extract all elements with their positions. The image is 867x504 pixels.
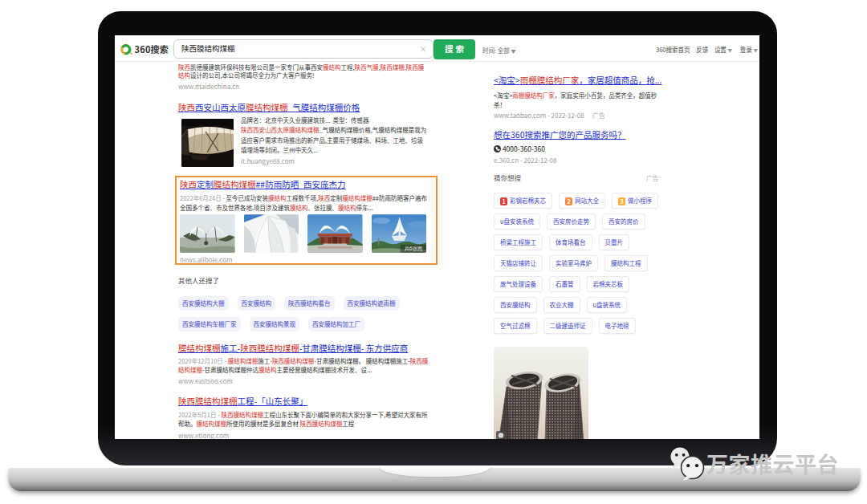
header-links: 360搜索首页 反馈 设置 ▼ 登录 ▼ [656, 44, 758, 56]
ad2-title[interactable]: 想在360搜索推广您的产品服务吗？ [494, 130, 625, 140]
ad1-title[interactable]: <淘宝>雨棚膜结构厂家，家居超值商品，抢... [494, 75, 661, 85]
r2-thumb [181, 119, 234, 167]
page: 360搜索 陕西膜结构煤棚 × 搜索 时间: 全部 ▼ 360搜索首页 反馈 设… [0, 0, 867, 504]
grid-row7: 空气过滤棉二级建造师证电子地磅 [494, 313, 642, 334]
ad1-url: www.taobao.com - 2022-12-08广告 [494, 111, 605, 120]
grid-row1: 1彩钢岩棉夹芯2网站大全3做小程序 [494, 188, 665, 209]
logo-text: 360搜索 [135, 44, 169, 55]
ad1-desc: <淘宝>雨棚膜结构厂家，家庭实用小百货，品类齐全，超值秒杀！ [494, 91, 657, 111]
search-btn[interactable]: 搜索 [434, 39, 475, 59]
search-query: 陕西膜结构煤棚 [181, 39, 235, 59]
related-label: 其他人还搜了 [178, 275, 219, 285]
r1-desc: 陕西凯德膜建筑环保科技有限公司是一家专门从事西安膜结构工程,陕西气膜,陕西煤棚,… [178, 63, 424, 80]
r5-url: www.etlong.com [178, 431, 229, 439]
r2-url: it.huangye88.com [241, 156, 295, 165]
r1-url: www.maidechina.cn [178, 82, 239, 91]
r3-thumb4: 共6张图 [372, 214, 427, 253]
suggest-ad: 广告 [646, 173, 658, 183]
time-filter: 时间: 全部 ▼ [482, 45, 515, 57]
suggest-label: 猜你想搜 [494, 173, 521, 182]
related-row2: 西安膜结构车棚厂家西安膜结构景观西安膜结构加工厂 [178, 311, 373, 331]
r3-title[interactable]: 陕西定制膜结构煤棚##防雨防晒_西安庞杰力 [180, 180, 346, 189]
brand-text: 万家推云平台 [706, 452, 839, 476]
r4-url: www.eastsoo.com [178, 376, 233, 385]
product-photo [494, 347, 588, 439]
laptop-screen: 360搜索 陕西膜结构煤棚 × 搜索 时间: 全部 ▼ 360搜索首页 反馈 设… [115, 35, 759, 439]
r2-title[interactable]: 陕西西安山西太原膜结构煤棚_气膜结构煤棚价格 [178, 103, 360, 112]
r3-url: news.alibole.com [180, 255, 232, 264]
r3-thumb3 [307, 214, 363, 253]
grid-row6: 西安膜结构农业大棚u盘装系统 [494, 292, 633, 313]
search-clear: × [419, 39, 427, 59]
logo-icon [120, 44, 133, 57]
grid-row2: u盘安装系统西安房价走势西安的房价 [494, 209, 652, 230]
r2-desc: 品牌名：北京中天久业膜建筑技... 类型：传感器 陕西西安山西太原膜结构煤棚_气… [241, 116, 426, 156]
svg-text:共6张图: 共6张图 [404, 246, 422, 252]
brand-icon [669, 445, 706, 481]
r3-thumb1 [180, 214, 235, 253]
r5-desc: 2022年5月1日 - 陕西膜结构煤棚工程山东长聚下面小编简单的和大家分享一下,… [178, 410, 428, 429]
r3-desc: 2022年6月24日 - 至今已成功安装膜结构工程数千项,陕西定制膜结构煤棚##… [180, 193, 427, 213]
laptop-notch [379, 466, 490, 477]
ad2-url: e.360.cn - 2022-12-08 [494, 156, 557, 165]
grid-row5: 废气处理设备石墨管岩棉夹芯板 [494, 271, 636, 292]
related-row1: 西安膜结构大棚西安膜结构陕西膜结构看台西安膜结构遮雨棚 [178, 291, 409, 311]
r5-title[interactable]: 陕西膜结构煤棚工程-「山东长聚」 [178, 396, 307, 406]
grid-row4: 天猫店铺转让实验室马弗炉膜结构工程 [494, 250, 654, 271]
r3-box: 陕西定制膜结构煤棚##防雨防晒_西安庞杰力 2022年6月24日 - 至今已成功… [175, 176, 438, 265]
ad2-phone: 4000-360-360 [494, 144, 545, 153]
r4-title[interactable]: 膜结构煤棚施工-陕西膜结构煤棚-甘肃膜结构煤棚- 东方供应商 [178, 343, 408, 353]
r4-desc: 2020年12月10日 - 膜结构煤棚施工-陕西膜结构煤棚-甘肃膜结构煤棚。 膜… [178, 356, 428, 374]
grid-row3: 桥梁工程施工体育场看台贝雷片 [494, 230, 636, 250]
r3-thumb2 [244, 214, 299, 253]
